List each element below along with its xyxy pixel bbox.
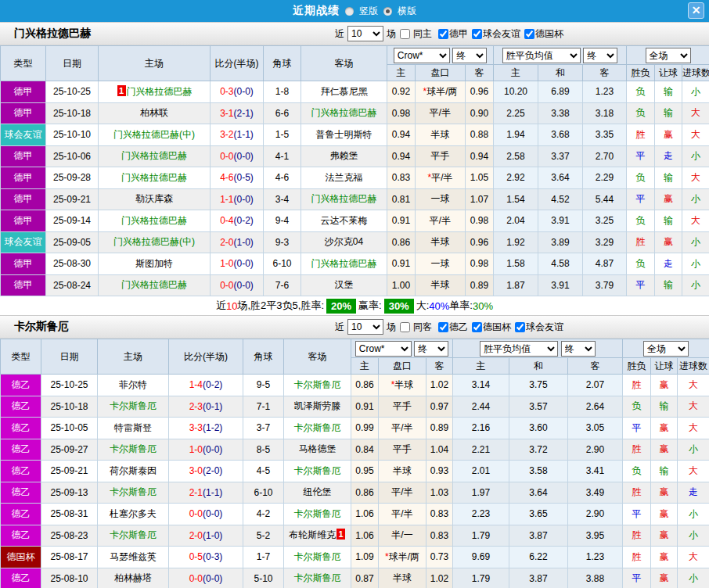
away-team-cell: 卡尔斯鲁厄 [284, 568, 351, 588]
match-date: 25-08-31 [41, 504, 98, 525]
close-icon[interactable]: ✕ [688, 2, 704, 19]
away-team-name: 布轮斯维克 [289, 529, 336, 540]
home-team-name: 菲尔特 [119, 379, 147, 390]
full-match-select[interactable]: 全场 [643, 341, 689, 357]
asian-home-odds: 0.92 [387, 81, 416, 103]
score-cell: 2-1(1-1) [169, 482, 243, 504]
corners-cell: 9-5 [243, 375, 284, 396]
euro-away-odds: 3.88 [568, 568, 623, 588]
home-team-cell: 门兴格拉德巴赫(中) [99, 124, 211, 146]
recent-count-select[interactable]: 10 [347, 26, 383, 41]
recent-count-select[interactable]: 10 [347, 319, 383, 335]
league-checkbox-1[interactable] [472, 29, 482, 39]
asian-away-odds: 0.93 [426, 461, 453, 482]
asian-away-odds: 0.96 [466, 81, 494, 103]
away-team-name: 门兴格拉德巴赫 [311, 193, 377, 204]
half-time-score: (0-0) [203, 444, 222, 455]
goals-result: 小 [678, 439, 709, 461]
col-euro-away: 客 [583, 65, 627, 81]
away-team-name: 沙尔克04 [325, 236, 363, 247]
asian-handicap: *半球 [379, 375, 426, 396]
layout-vertical-radio[interactable] [345, 7, 354, 16]
league-label-0[interactable]: 德乙 [449, 321, 468, 334]
section-header-gladbach: 门兴格拉德巴赫 近 10 场 同主 德甲 球会友谊 德国杯 [0, 22, 709, 45]
euro-home-odds: 1.79 [453, 568, 509, 588]
final-select[interactable]: 终 [414, 341, 448, 357]
col-corner: 角球 [243, 339, 284, 375]
same-venue-label[interactable]: 同主 [413, 27, 432, 41]
full-match-select[interactable]: 全场 [646, 48, 691, 63]
league-label-1[interactable]: 球会友谊 [483, 27, 520, 41]
euro-home-odds: 2.01 [453, 461, 509, 482]
euro-draw-odds: 4.52 [538, 188, 583, 210]
goals-result: 小 [678, 504, 709, 525]
home-team-name: 门兴格拉德巴赫 [121, 215, 187, 226]
corners-cell: 3-7 [243, 418, 284, 439]
wdl-result: 平 [627, 145, 655, 167]
euro-away-odds: 3.41 [568, 461, 623, 482]
col-asian-away: 客 [466, 65, 494, 81]
match-row: 德乙25-10-05特雷斯登3-3(1-2)3-7卡尔斯鲁厄0.99平/半0.8… [1, 418, 709, 439]
final-select-2[interactable]: 终 [583, 48, 617, 63]
single-rate-label: 单率: [449, 299, 473, 313]
final-select-2[interactable]: 终 [561, 341, 596, 357]
league-checkbox-0[interactable] [438, 29, 448, 39]
league-label-2[interactable]: 球会友谊 [526, 321, 563, 334]
league-type-badge: 德乙 [1, 525, 41, 547]
col-asian-handicap: 盘口 [416, 65, 466, 81]
euro-home-odds: 2.23 [453, 504, 509, 525]
away-team-name: 卡尔斯鲁厄 [294, 422, 341, 433]
col-away: 客场 [301, 46, 387, 81]
wdl-avg-select[interactable]: 胜平负均值 [480, 341, 558, 357]
wdl-result: 平 [623, 418, 651, 439]
bookmaker-select[interactable]: Crow* [394, 48, 450, 63]
goals-result: 小 [682, 145, 709, 167]
home-team-cell: 门兴格拉德巴赫 [99, 274, 211, 296]
col-result-goals: 进球数 [682, 65, 709, 81]
full-time-score: 0-0 [189, 573, 203, 584]
match-row: 球会友谊25-09-05门兴格拉德巴赫(中)2-0(1-0)9-3沙尔克040.… [1, 231, 709, 253]
layout-vertical-label[interactable]: 竖版 [359, 5, 378, 18]
near-label: 近 [335, 27, 344, 41]
final-select[interactable]: 终 [452, 48, 487, 63]
col-euro-home: 主 [453, 358, 509, 375]
layout-horizontal-label[interactable]: 横版 [398, 5, 416, 18]
away-team-name: 普鲁士明斯特 [316, 129, 372, 140]
asian-home-odds: 0.99 [351, 418, 379, 439]
league-checkbox-0[interactable] [438, 322, 448, 332]
handicap-text: 球半/两 [426, 86, 457, 97]
league-type-badge: 德乙 [1, 482, 41, 504]
away-team-cell: 普鲁士明斯特 [301, 124, 387, 146]
score-cell: 4-6(0-5) [211, 167, 264, 189]
league-checkbox-1[interactable] [472, 322, 482, 332]
wdl-avg-select[interactable]: 胜平负均值 [502, 48, 581, 63]
full-time-score: 0-0 [220, 280, 233, 291]
euro-home-odds: 2.16 [453, 418, 509, 439]
big-rate-value: 40% [429, 300, 449, 312]
half-time-score: (1-1) [234, 129, 254, 140]
layout-horizontal-radio[interactable] [383, 7, 392, 16]
league-label-0[interactable]: 德甲 [449, 27, 468, 41]
home-team-cell: 门兴格拉德巴赫 [99, 145, 211, 167]
league-label-2[interactable]: 德国杯 [535, 27, 563, 41]
away-team-cell: 纽伦堡 [284, 482, 351, 504]
same-venue-label[interactable]: 同客 [413, 321, 432, 334]
score-cell: 2-3(0-1) [169, 396, 243, 418]
same-venue-checkbox[interactable] [400, 322, 410, 332]
league-checkbox-2[interactable] [524, 29, 534, 39]
euro-draw-odds: 3.38 [538, 102, 583, 124]
games-label: 场 [387, 27, 396, 41]
col-away: 客场 [284, 339, 351, 375]
euro-draw-odds: 3.91 [538, 274, 583, 296]
full-time-score: 0-4 [220, 215, 233, 226]
league-checkbox-2[interactable] [515, 322, 525, 332]
home-team-cell: 荷尔斯泰因 [98, 461, 169, 482]
title-bar: 近期战绩 竖版 横版 ✕ [0, 0, 709, 22]
filter-bar: 近 10 场 同客 德乙 德国杯 球会友谊 [335, 316, 563, 338]
col-asian-away: 客 [426, 358, 453, 375]
league-label-1[interactable]: 德国杯 [483, 321, 511, 334]
bookmaker-select[interactable]: Crow* [355, 341, 412, 357]
same-venue-checkbox[interactable] [400, 29, 410, 39]
full-time-score: 0-0 [189, 508, 203, 519]
summary-prefix: 近 [216, 299, 226, 313]
